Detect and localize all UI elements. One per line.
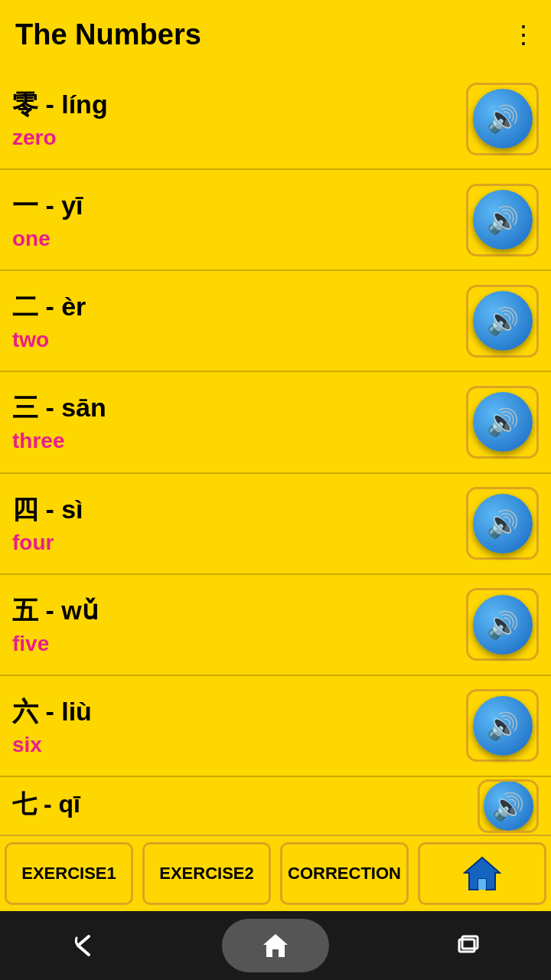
vocab-list: 零 - líng zero 🔊 一 - yī one 🔊 [0,69,551,835]
speaker-icon-2: 🔊 [487,305,519,336]
english-5: five [12,632,99,656]
chinese-4: 四 - sì [12,492,83,528]
audio-circle-1: 🔊 [473,190,533,250]
vocab-row-0: 零 - líng zero 🔊 [0,69,551,170]
recents-area [222,919,329,972]
vocab-text-2: 二 - èr two [12,289,86,352]
home-nav-icon [262,932,289,959]
svg-rect-1 [478,879,486,890]
audio-circle-2: 🔊 [473,291,533,351]
vocab-row-2: 二 - èr two 🔊 [0,271,551,372]
home-nav-button[interactable] [249,919,302,972]
audio-circle-7: 🔊 [484,781,533,831]
page-title: The Numbers [15,18,201,51]
audio-circle-5: 🔊 [473,595,533,655]
audio-button-7[interactable]: 🔊 [478,779,539,833]
vocab-text-1: 一 - yī one [12,188,83,251]
audio-button-4[interactable]: 🔊 [466,487,539,560]
audio-button-1[interactable]: 🔊 [466,184,539,256]
vocab-text-5: 五 - wǔ five [12,593,99,656]
audio-circle-3: 🔊 [473,392,533,452]
back-button[interactable] [56,919,109,972]
english-2: two [12,328,86,352]
vocab-text-3: 三 - sān three [12,390,106,453]
audio-button-2[interactable]: 🔊 [466,285,539,358]
app-header: The Numbers ⋮ [0,0,551,69]
audio-circle-6: 🔊 [473,696,533,756]
speaker-icon-5: 🔊 [487,609,519,640]
english-6: six [12,733,92,757]
audio-button-6[interactable]: 🔊 [466,689,539,762]
vocab-row-4: 四 - sì four 🔊 [0,474,551,575]
main-content: 零 - líng zero 🔊 一 - yī one 🔊 [0,69,551,911]
svg-marker-2 [263,934,288,957]
speaker-icon-1: 🔊 [487,204,519,235]
english-3: three [12,429,106,453]
english-1: one [12,227,83,251]
android-nav-bar [0,911,551,980]
back-icon [67,930,98,961]
bottom-tab-bar: EXERCISE1 EXERCISE2 CORRECTION [0,835,551,911]
speaker-icon-6: 🔊 [487,710,519,741]
exercise1-button[interactable]: EXERCISE1 [5,842,133,905]
vocab-row-3: 三 - sān three 🔊 [0,372,551,473]
vocab-text-6: 六 - liù six [12,694,92,757]
chinese-0: 零 - líng [12,87,108,122]
chinese-6: 六 - liù [12,694,92,730]
chinese-2: 二 - èr [12,289,86,325]
vocab-text-7: 七 - qī [12,788,80,825]
chinese-7: 七 - qī [12,788,80,822]
speaker-icon-7: 🔊 [492,791,524,822]
vocab-text-0: 零 - líng zero [12,87,108,150]
chinese-3: 三 - sān [12,390,106,426]
vocab-row-7: 七 - qī 🔊 [0,777,551,835]
vocab-row-1: 一 - yī one 🔊 [0,170,551,271]
exercise2-button[interactable]: EXERCISE2 [142,842,271,905]
recents-icon [455,932,482,959]
speaker-icon-0: 🔊 [487,103,519,134]
menu-button[interactable]: ⋮ [511,20,536,49]
audio-circle-0: 🔊 [473,89,533,149]
english-0: zero [12,126,108,150]
audio-circle-4: 🔊 [473,494,533,554]
correction-button[interactable]: CORRECTION [280,842,409,905]
audio-button-3[interactable]: 🔊 [466,386,539,459]
recents-button[interactable] [442,919,495,972]
home-button[interactable] [418,842,546,905]
vocab-row-6: 六 - liù six 🔊 [0,676,551,777]
vocab-text-4: 四 - sì four [12,492,83,555]
chinese-1: 一 - yī [12,188,83,224]
english-4: four [12,531,83,555]
vocab-row-5: 五 - wǔ five 🔊 [0,575,551,676]
audio-button-0[interactable]: 🔊 [466,83,539,155]
audio-button-5[interactable]: 🔊 [466,588,539,661]
speaker-icon-3: 🔊 [487,407,519,437]
speaker-icon-4: 🔊 [487,508,519,539]
home-icon [463,854,501,893]
chinese-5: 五 - wǔ [12,593,99,629]
